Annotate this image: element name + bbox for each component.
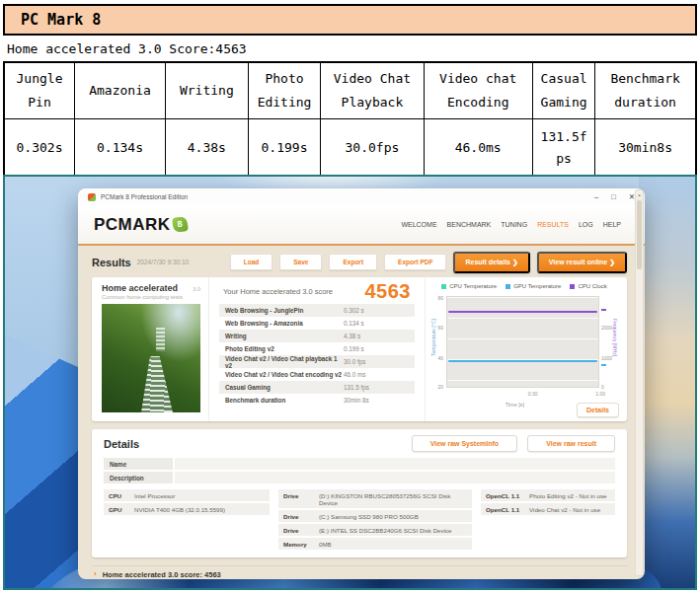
table-header-cell: Jungle Pin (4, 62, 75, 119)
load-button[interactable]: Load (230, 254, 273, 270)
table-value-cell: 0.199s (248, 119, 321, 179)
table-value-cell: 30.0fps (321, 119, 424, 179)
sysinfo-row: Drive(E:) INTEL SS DSC2BB240G6 SCSI Disk… (278, 524, 472, 536)
y-tick: 0 (601, 384, 619, 390)
x-tick: 0:30 (528, 391, 538, 397)
score-row-label: Web Browsing - Amazonia (225, 320, 344, 327)
table-value-cell: 131.5fps (532, 119, 594, 179)
chevron-right-icon: › (94, 570, 97, 578)
nav-welcome[interactable]: WELCOME (401, 221, 436, 228)
score-row-value: 131.5 fps (344, 384, 409, 391)
sysinfo-row: CPUIntel Processor (104, 489, 270, 501)
result-details-button[interactable]: Result details ❯ (453, 252, 529, 273)
pcmark-window: PCMark 8 Professional Edition – □ ✕ PCMA… (78, 188, 645, 579)
score-label: Your Home accelerated 3.0 score (223, 287, 333, 296)
sysinfo-row: Drive(D:) KINGSTON RBUSC280537256G SCSI … (278, 489, 472, 508)
meta-row-name: Name (104, 458, 615, 470)
nav-log[interactable]: LOG (579, 221, 593, 228)
cpu-clock-line (448, 311, 597, 313)
cpu-clock-swatch (570, 284, 575, 289)
meta-rows: Name Description (104, 458, 615, 483)
sysinfo-key: Memory (283, 541, 319, 548)
y-tick: 2000 (601, 325, 619, 331)
table-value-cell: 4.38s (165, 119, 248, 179)
score-row-value: 30min 8s (344, 397, 409, 404)
score-row-value: 4.38 s (344, 333, 409, 339)
nav-benchmark[interactable]: BENCHMARK (447, 221, 492, 228)
sysinfo-value: Photo Editing v2 - Not in use (529, 492, 610, 499)
meta-row-description: Description (104, 472, 615, 483)
scroll-up-icon[interactable]: ▲ (636, 190, 643, 197)
score-row: Benchmark duration30min 8s (219, 394, 415, 407)
table-value-cell: 30min8s (595, 119, 696, 179)
score-panel: Your Home accelerated 3.0 score 4563 Web… (208, 277, 426, 421)
meta-value (175, 458, 615, 470)
results-title: Results (92, 257, 131, 268)
y-tick: 40 (429, 355, 443, 361)
score-row-value: 0.199 s (344, 345, 409, 352)
clock-marker (601, 309, 606, 311)
score-row: Casual Gaming131.5 fps (219, 381, 415, 394)
table-header-cell: Casual Gaming (532, 62, 594, 119)
window-content: Results 2024/7/30 9:30:10 Load Save Expo… (78, 246, 645, 579)
y-tick: 1000 (601, 355, 619, 361)
gpu-temp-swatch (506, 284, 510, 289)
maximize-icon[interactable]: □ (611, 193, 616, 201)
view-result-online-button[interactable]: View result online ❯ (537, 252, 627, 273)
window-titlebar: PCMark 8 Professional Edition – □ ✕ (78, 188, 645, 205)
nav-results[interactable]: RESULTS (537, 221, 569, 228)
export-pdf-button[interactable]: Export PDF (384, 254, 446, 270)
table-header-row: Jungle Pin Amazonia Writing Photo Editin… (4, 62, 696, 119)
system-info-grid: CPUIntel Processor GPUNVIDIA T400 4GB (3… (104, 489, 615, 550)
table-header-cell: Benchmark duration (595, 62, 696, 119)
doc-title: PC Mark 8 (3, 4, 697, 36)
sysinfo-key: GPU (109, 506, 134, 513)
score-row: Video Chat v2 / Video Chat playback 1 v2… (219, 355, 415, 368)
export-button[interactable]: Export (329, 254, 377, 270)
table-value-cell: 0.134s (75, 119, 166, 179)
legend-label: CPU Temperature (449, 283, 497, 289)
document-section: PC Mark 8 Home accelerated 3.0 Score:456… (3, 4, 697, 179)
save-button[interactable]: Save (279, 254, 322, 270)
temp-marker (601, 364, 606, 366)
logo-text: PCMARK (94, 215, 171, 235)
score-row-label: Casual Gaming (225, 384, 344, 391)
chart-details-button[interactable]: Details (577, 403, 619, 417)
table-header-cell: Video Chat Playback (321, 62, 424, 119)
scrollbar-thumb[interactable] (637, 200, 642, 269)
meta-label: Name (104, 458, 173, 470)
score-row-label: Photo Editing v2 (225, 345, 344, 352)
nav-tuning[interactable]: TUNING (501, 221, 527, 228)
table-header-cell: Video chat Encoding (424, 62, 532, 119)
chart-legend: CPU Temperature GPU Temperature CPU Cloc… (429, 283, 619, 289)
table-header-cell: Writing (165, 62, 248, 119)
sysinfo-row: GPUNVIDIA T400 4GB (32.0.15.5599) (104, 503, 270, 515)
doc-subtitle: Home accelerated 3.0 Score:4563 (3, 36, 697, 61)
logo-8-badge: 8 (172, 216, 189, 233)
view-raw-result-button[interactable]: View raw result (527, 435, 615, 452)
expander-home-accelerated-score[interactable]: › Home accelerated 3.0 score: 4563 (92, 565, 627, 579)
result-card: Home accelerated 3.0 Common home computi… (92, 277, 627, 421)
nav-help[interactable]: HELP (603, 221, 621, 228)
score-rows: Web Browsing - JunglePin0.302 s Web Brow… (219, 304, 415, 407)
score-row-label: Web Browsing - JunglePin (225, 307, 344, 314)
vertical-scrollbar[interactable]: ▲ (635, 189, 644, 576)
monitoring-panel: CPU Temperature GPU Temperature CPU Cloc… (426, 277, 627, 421)
details-title: Details (104, 438, 412, 450)
view-raw-systeminfo-button[interactable]: View raw SystemInfo (412, 435, 518, 452)
sysinfo-value: Intel Processor (134, 492, 265, 499)
sysinfo-row: OpenCL 1.1Photo Editing v2 - Not in use (481, 489, 615, 501)
expandable-sections: › Home accelerated 3.0 score: 4563 › Ben… (92, 565, 627, 579)
sysinfo-key: CPU (109, 492, 134, 499)
score-row: Web Browsing - Amazonia0.134 s (219, 317, 415, 330)
jungle-waterfall-image (102, 304, 200, 412)
results-toolbar: Results 2024/7/30 9:30:10 Load Save Expo… (92, 251, 627, 273)
results-timestamp: 2024/7/30 9:30:10 (137, 259, 189, 265)
minimize-icon[interactable]: – (594, 193, 598, 201)
x-tick: 1:00 (595, 391, 605, 397)
desktop-screenshot: PCMark 8 Professional Edition – □ ✕ PCMA… (3, 175, 697, 590)
details-card: Details View raw SystemInfo View raw res… (92, 429, 627, 557)
legend-label: GPU Temperature (513, 283, 561, 289)
score-row-label: Benchmark duration (225, 397, 344, 404)
score-row-label: Writing (225, 333, 344, 339)
